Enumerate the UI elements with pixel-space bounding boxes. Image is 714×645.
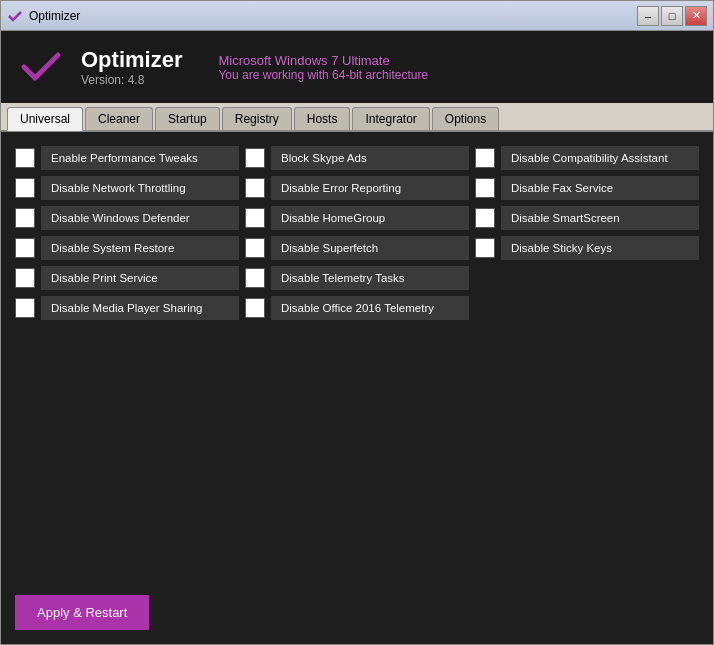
option-label: Disable Office 2016 Telemetry <box>271 296 469 320</box>
window-controls: – □ ✕ <box>637 6 707 26</box>
option-label: Disable System Restore <box>41 236 239 260</box>
option-label: Disable Windows Defender <box>41 206 239 230</box>
option-label: Disable Superfetch <box>271 236 469 260</box>
option-checkbox-block-skype-ads[interactable] <box>245 148 265 168</box>
option-label: Disable HomeGroup <box>271 206 469 230</box>
window-title: Optimizer <box>29 9 80 23</box>
option-checkbox-disable-homegroup[interactable] <box>245 208 265 228</box>
option-item: Disable Compatibility Assistant <box>475 146 699 170</box>
option-item: Disable Sticky Keys <box>475 236 699 260</box>
option-label: Disable SmartScreen <box>501 206 699 230</box>
option-item: Disable Windows Defender <box>15 206 239 230</box>
option-checkbox-disable-smartscreen[interactable] <box>475 208 495 228</box>
option-item <box>475 266 699 290</box>
options-grid: Enable Performance TweaksBlock Skype Ads… <box>15 146 699 320</box>
close-button[interactable]: ✕ <box>685 6 707 26</box>
option-item: Disable Media Player Sharing <box>15 296 239 320</box>
option-checkbox-disable-sticky-keys[interactable] <box>475 238 495 258</box>
option-item: Disable Office 2016 Telemetry <box>245 296 469 320</box>
option-label: Enable Performance Tweaks <box>41 146 239 170</box>
option-checkbox-disable-office-2016-telemetry[interactable] <box>245 298 265 318</box>
app-header: Optimizer Version: 4.8 Microsoft Windows… <box>1 31 713 103</box>
app-name: Optimizer <box>81 47 182 73</box>
option-item: Disable HomeGroup <box>245 206 469 230</box>
option-item: Block Skype Ads <box>245 146 469 170</box>
option-checkbox-disable-superfetch[interactable] <box>245 238 265 258</box>
option-label: Disable Media Player Sharing <box>41 296 239 320</box>
option-item: Disable Telemetry Tasks <box>245 266 469 290</box>
option-label: Disable Network Throttling <box>41 176 239 200</box>
option-label: Disable Telemetry Tasks <box>271 266 469 290</box>
app-version: Version: 4.8 <box>81 73 182 87</box>
option-checkbox-disable-fax-service[interactable] <box>475 178 495 198</box>
option-item: Disable Network Throttling <box>15 176 239 200</box>
header-logo <box>17 43 65 91</box>
os-name: Microsoft Windows 7 Ultimate <box>218 53 428 68</box>
option-label: Disable Print Service <box>41 266 239 290</box>
option-checkbox-disable-print-service[interactable] <box>15 268 35 288</box>
spacer <box>15 320 699 577</box>
maximize-button[interactable]: □ <box>661 6 683 26</box>
minimize-button[interactable]: – <box>637 6 659 26</box>
option-item: Disable Print Service <box>15 266 239 290</box>
option-item: Disable SmartScreen <box>475 206 699 230</box>
tab-cleaner[interactable]: Cleaner <box>85 107 153 130</box>
os-arch: You are working with 64-bit architecture <box>218 68 428 82</box>
main-window: Optimizer – □ ✕ Optimizer Version: 4.8 M… <box>0 0 714 645</box>
app-icon <box>7 8 23 24</box>
option-checkbox-disable-network-throttling[interactable] <box>15 178 35 198</box>
tab-registry[interactable]: Registry <box>222 107 292 130</box>
option-checkbox-disable-system-restore[interactable] <box>15 238 35 258</box>
option-item: Disable System Restore <box>15 236 239 260</box>
title-bar: Optimizer – □ ✕ <box>1 1 713 31</box>
option-item: Disable Error Reporting <box>245 176 469 200</box>
option-label: Block Skype Ads <box>271 146 469 170</box>
option-label: Disable Compatibility Assistant <box>501 146 699 170</box>
checkmark-icon <box>19 45 63 89</box>
option-checkbox-disable-media-player-sharing[interactable] <box>15 298 35 318</box>
option-item: Disable Fax Service <box>475 176 699 200</box>
option-label: Disable Fax Service <box>501 176 699 200</box>
option-checkbox-enable-performance-tweaks[interactable] <box>15 148 35 168</box>
option-item <box>475 296 699 320</box>
content-area: Enable Performance TweaksBlock Skype Ads… <box>1 132 713 644</box>
tab-hosts[interactable]: Hosts <box>294 107 351 130</box>
option-label: Disable Error Reporting <box>271 176 469 200</box>
header-info: Microsoft Windows 7 Ultimate You are wor… <box>218 53 428 82</box>
title-bar-left: Optimizer <box>7 8 80 24</box>
tabs-bar: Universal Cleaner Startup Registry Hosts… <box>1 103 713 132</box>
tab-startup[interactable]: Startup <box>155 107 220 130</box>
option-item: Disable Superfetch <box>245 236 469 260</box>
header-title-section: Optimizer Version: 4.8 <box>81 47 182 87</box>
option-item: Enable Performance Tweaks <box>15 146 239 170</box>
option-checkbox-disable-windows-defender[interactable] <box>15 208 35 228</box>
tab-integrator[interactable]: Integrator <box>352 107 429 130</box>
option-checkbox-disable-telemetry-tasks[interactable] <box>245 268 265 288</box>
option-label: Disable Sticky Keys <box>501 236 699 260</box>
option-checkbox-disable-error-reporting[interactable] <box>245 178 265 198</box>
tab-universal[interactable]: Universal <box>7 107 83 131</box>
apply-restart-button[interactable]: Apply & Restart <box>15 595 149 630</box>
option-checkbox-disable-compatibility-assistant[interactable] <box>475 148 495 168</box>
tab-options[interactable]: Options <box>432 107 499 130</box>
